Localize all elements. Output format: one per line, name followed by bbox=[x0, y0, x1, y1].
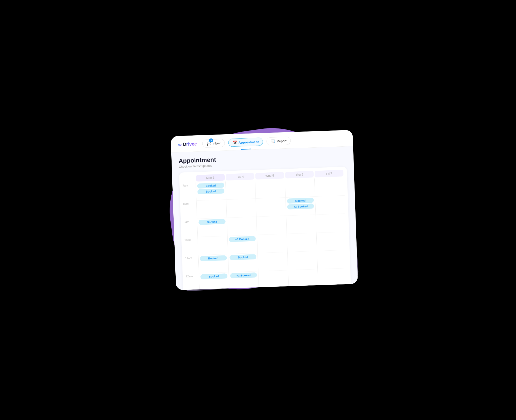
booking-chip-plus3[interactable]: +3 Booked bbox=[230, 272, 257, 278]
mon-column: Booked Booked Booked Booked Booked bbox=[196, 181, 230, 290]
calendar-container: Mon 3 Tue 4 Wed 5 Thu 6 Fri 7 7am 8am 9a… bbox=[179, 167, 352, 290]
tue-column: +3 Booked Booked +3 Booked Booked bbox=[225, 180, 260, 290]
wed-10am-cell bbox=[257, 234, 287, 253]
appointment-label: Appointment bbox=[238, 140, 259, 144]
wed-12am-cell bbox=[259, 270, 289, 290]
tue-10am-cell: +3 Booked bbox=[227, 235, 257, 254]
active-indicator bbox=[241, 149, 251, 150]
mon-8am-cell bbox=[197, 200, 227, 219]
fri-9am-cell bbox=[316, 214, 346, 233]
tue-12am-cell: +3 Booked bbox=[229, 271, 259, 290]
scene: ∞ Drivee 9 💬 Inbox 📅 Appointment 📊 Repor bbox=[144, 115, 372, 305]
tue-11am-cell: Booked bbox=[228, 253, 258, 272]
booking-chip-plus3[interactable]: +3 Booked bbox=[229, 236, 256, 242]
booking-chip[interactable]: Booked bbox=[197, 188, 224, 194]
fri-1pm-cell bbox=[318, 286, 348, 290]
thu-12am-cell bbox=[288, 269, 318, 288]
inbox-button[interactable]: 9 💬 Inbox bbox=[202, 139, 225, 148]
booking-chip[interactable]: Booked bbox=[197, 182, 224, 189]
day-header-tue: Tue 4 bbox=[226, 173, 254, 180]
thu-8am-cell: Booked +3 Booked bbox=[286, 197, 316, 216]
booking-chip[interactable]: Booked bbox=[198, 219, 225, 225]
day-header-wed: Wed 5 bbox=[255, 172, 284, 179]
thu-9am-cell bbox=[286, 215, 316, 234]
report-label: Report bbox=[277, 139, 287, 143]
report-icon: 📊 bbox=[271, 139, 275, 143]
thu-11am-cell bbox=[288, 251, 318, 270]
main-card: ∞ Drivee 9 💬 Inbox 📅 Appointment 📊 Repor bbox=[171, 130, 358, 290]
wed-8am-cell bbox=[256, 198, 286, 217]
thu-1pm-cell: Booked bbox=[289, 287, 319, 290]
fri-11am-cell bbox=[317, 250, 347, 269]
booking-chip[interactable]: Booked bbox=[200, 255, 227, 261]
mon-10am-cell bbox=[198, 236, 228, 255]
fri-7am-cell bbox=[315, 177, 345, 197]
wed-11am-cell bbox=[258, 252, 288, 271]
wed-1pm-cell bbox=[259, 288, 289, 290]
inbox-label: Inbox bbox=[213, 141, 221, 145]
tue-7am-cell bbox=[226, 180, 256, 200]
wed-column bbox=[255, 179, 289, 290]
calendar-grid: 7am 8am 9am 10am 11am 12am 1pm Booked Bo… bbox=[182, 177, 348, 290]
tue-8am-cell bbox=[226, 199, 256, 218]
logo: ∞ Drivee bbox=[178, 141, 197, 148]
booking-chip[interactable]: Booked bbox=[200, 273, 227, 279]
mon-12am-cell: Booked bbox=[199, 272, 229, 290]
time-col-header bbox=[182, 175, 196, 182]
mon-11am-cell: Booked bbox=[198, 254, 228, 273]
thu-7am-cell bbox=[285, 178, 315, 198]
thu-column: Booked +3 Booked Booked bbox=[285, 178, 319, 290]
fri-12am-cell bbox=[318, 268, 348, 287]
time-9am: 9am bbox=[184, 219, 197, 238]
booking-chip-plus3[interactable]: +3 Booked bbox=[287, 203, 314, 209]
logo-text: Drivee bbox=[183, 141, 197, 147]
time-8am: 8am bbox=[183, 201, 197, 219]
thu-10am-cell bbox=[287, 233, 317, 252]
day-header-thu: Thu 6 bbox=[285, 171, 314, 178]
fri-column bbox=[314, 177, 348, 290]
tue-9am-cell bbox=[227, 217, 257, 236]
booking-chip[interactable]: Booked bbox=[287, 198, 314, 204]
mon-7am-cell: Booked Booked bbox=[196, 181, 226, 201]
fri-10am-cell bbox=[317, 232, 347, 251]
report-button[interactable]: 📊 Report bbox=[266, 137, 291, 145]
wed-7am-cell bbox=[255, 179, 285, 199]
day-header-mon: Mon 3 bbox=[196, 174, 225, 181]
appointment-button[interactable]: 📅 Appointment bbox=[228, 138, 263, 147]
mon-9am-cell: Booked bbox=[197, 218, 227, 237]
tue-1pm-cell: Booked bbox=[229, 290, 260, 290]
appointment-icon: 📅 bbox=[232, 141, 237, 145]
booking-chip[interactable]: Booked bbox=[229, 254, 256, 260]
logo-icon: ∞ bbox=[178, 142, 182, 147]
booking-chip[interactable]: Booked bbox=[290, 288, 317, 290]
time-10am: 10am bbox=[184, 237, 198, 256]
time-7am: 7am bbox=[182, 182, 196, 201]
time-11am: 11am bbox=[185, 255, 199, 274]
day-header-fri: Fri 7 bbox=[315, 170, 343, 177]
content-area: Appointment Check out latest updates Mon… bbox=[171, 146, 358, 290]
fri-8am-cell bbox=[315, 196, 345, 215]
wed-9am-cell bbox=[256, 216, 287, 235]
time-12am: 12am bbox=[186, 273, 199, 290]
